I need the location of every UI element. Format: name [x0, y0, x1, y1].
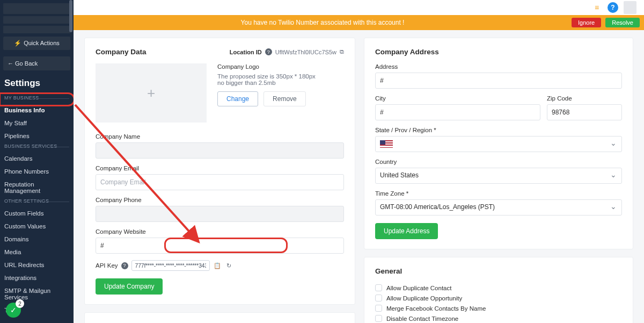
company-data-title: Company Data: [96, 48, 147, 56]
checkbox[interactable]: [375, 284, 382, 291]
company-email-label: Company Email: [96, 165, 344, 171]
country-label: Country: [375, 159, 622, 165]
company-website-input[interactable]: [96, 238, 344, 254]
address-label: Address: [375, 63, 622, 70]
general-title: General: [375, 267, 622, 275]
sidebar-item-smtp[interactable]: SMTP & Mailgun Services: [0, 284, 74, 304]
general-card: General Allow Duplicate Contact Allow Du…: [364, 257, 633, 323]
company-website-label: Company Website: [96, 228, 344, 235]
resolve-button[interactable]: Resolve: [605, 18, 640, 27]
location-id-value: UfltWsfzThl0IUCc7S5w: [275, 49, 336, 55]
logo-upload-dropzone[interactable]: +: [96, 63, 207, 123]
logo-note-line1: The proposed size is 350px * 180px: [217, 73, 344, 80]
checkbox[interactable]: [375, 315, 382, 322]
warning-banner-text: You have no Twilio Number associated wit…: [74, 19, 572, 26]
sidebar-item-pipelines[interactable]: Pipelines: [0, 130, 74, 142]
logo-note-line2: no bigger than 2.5mb: [217, 80, 344, 86]
help-icon[interactable]: ?: [121, 262, 128, 269]
arrow-left-icon: ←: [8, 60, 15, 67]
topbar: ≡ ?: [74, 0, 644, 15]
sidebar: ⚡Quick Actions ← Go Back Settings MY BUS…: [0, 0, 74, 323]
country-select[interactable]: United States: [375, 168, 622, 184]
state-label: State / Prov / Region *: [375, 127, 622, 133]
bolt-icon: ⚡: [14, 40, 21, 46]
regen-icon[interactable]: ↻: [225, 261, 233, 270]
go-back-label: Go Back: [15, 60, 38, 67]
api-key-label: API Key: [96, 262, 118, 269]
sidebar-spacer: [3, 26, 70, 33]
timezone-label: Time Zone *: [375, 190, 622, 197]
sidebar-item-reputation[interactable]: Reputation Management: [0, 178, 74, 197]
opt-dup-opportunity: Allow Duplicate Opportunity: [386, 295, 462, 302]
change-logo-button[interactable]: Change: [217, 91, 258, 106]
sidebar-item-domains[interactable]: Domains: [0, 233, 74, 246]
sidebar-spacer: [3, 16, 70, 24]
section-services-label: BUSINESS SERVICES: [0, 142, 74, 152]
company-phone-input[interactable]: [96, 206, 344, 222]
company-name-label: Company Name: [96, 133, 344, 140]
city-input[interactable]: [375, 104, 540, 120]
company-address-card: Company Address Address City Zip Code St…: [364, 38, 633, 249]
remove-logo-button[interactable]: Remove: [264, 91, 306, 106]
avatar[interactable]: [624, 1, 636, 14]
company-phone-label: Company Phone: [96, 197, 344, 203]
sidebar-item-url-redirects[interactable]: URL Redirects: [0, 259, 74, 271]
zip-input[interactable]: [547, 104, 622, 120]
sidebar-item-media[interactable]: Media: [0, 246, 74, 259]
call-voicemail-card: Call & Voicemail Settings: [84, 312, 355, 323]
sidebar-item-calendars[interactable]: Calendars: [0, 152, 74, 165]
quick-actions-label: Quick Actions: [24, 40, 60, 46]
sidebar-logo-placeholder: [3, 3, 70, 14]
sidebar-item-business-info[interactable]: Business Info: [0, 104, 74, 117]
checkbox[interactable]: [375, 295, 382, 302]
location-id-row: Location ID ? UfltWsfzThl0IUCc7S5w ⧉: [230, 48, 344, 55]
help-icon[interactable]: ?: [265, 48, 272, 55]
state-select[interactable]: [375, 136, 622, 152]
checkbox[interactable]: [375, 305, 382, 312]
opt-dup-contact: Allow Duplicate Contact: [386, 285, 451, 291]
warning-banner: You have no Twilio Number associated wit…: [74, 15, 644, 30]
sidebar-item-custom-fields[interactable]: Custom Fields: [0, 207, 74, 220]
main-area: ≡ ? You have no Twilio Number associated…: [74, 0, 644, 323]
ignore-button[interactable]: Ignore: [572, 18, 601, 27]
copy-icon[interactable]: 📋: [213, 261, 222, 270]
list-icon[interactable]: ≡: [591, 2, 602, 13]
copy-icon[interactable]: ⧉: [340, 48, 344, 55]
company-logo-label: Company Logo: [217, 63, 344, 70]
go-back-button[interactable]: ← Go Back: [3, 56, 70, 70]
update-address-button[interactable]: Update Address: [375, 223, 438, 239]
update-company-button[interactable]: Update Company: [96, 278, 163, 295]
sidebar-item-my-staff[interactable]: My Staff: [0, 117, 74, 130]
status-fab[interactable]: ✓2: [6, 303, 21, 318]
api-key-row: API Key ? 📋 ↻: [96, 260, 344, 271]
zip-label: Zip Code: [547, 95, 622, 102]
opt-merge-fb: Merge Facebook Contacts By Name: [386, 305, 486, 312]
settings-heading: Settings: [0, 78, 74, 94]
company-email-input[interactable]: [96, 174, 344, 190]
section-my-business-label: MY BUSINESS: [0, 94, 74, 104]
help-icon[interactable]: ?: [608, 2, 618, 13]
quick-actions-button[interactable]: ⚡Quick Actions: [3, 37, 70, 50]
sidebar-item-custom-values[interactable]: Custom Values: [0, 220, 74, 233]
status-fab-count: 2: [16, 299, 24, 308]
sidebar-item-phone-numbers[interactable]: Phone Numbers: [0, 165, 74, 178]
sidebar-item-integrations[interactable]: Integrations: [0, 271, 74, 284]
company-address-title: Company Address: [375, 48, 622, 56]
company-data-card: Company Data Location ID ? UfltWsfzThl0I…: [84, 38, 355, 305]
address-input[interactable]: [375, 73, 622, 89]
timezone-select[interactable]: GMT-08:00 America/Los_Angeles (PST): [375, 199, 622, 216]
location-id-label: Location ID: [230, 49, 262, 55]
company-name-input[interactable]: [96, 142, 344, 159]
sidebar-scrollbar[interactable]: [69, 0, 72, 32]
flag-icon: [380, 140, 393, 148]
city-label: City: [375, 95, 540, 102]
api-key-value[interactable]: [131, 260, 210, 271]
opt-disable-tz: Disable Contact Timezone: [386, 315, 458, 322]
section-other-label: OTHER SETTINGS: [0, 197, 74, 207]
